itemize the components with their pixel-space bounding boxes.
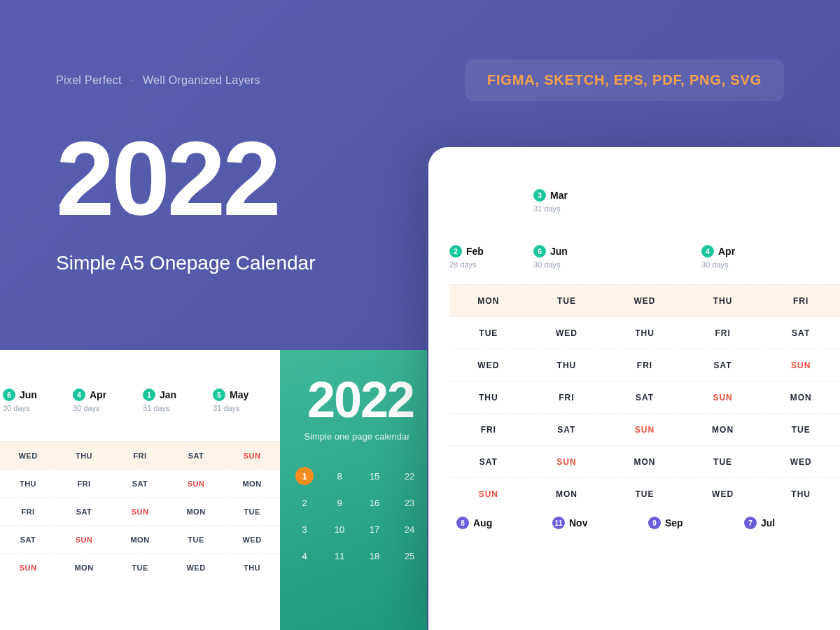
green-date-grid: 18152229162331017244111825 [280, 463, 427, 569]
top-bar: Pixel Perfect · Well Organized Layers FI… [56, 59, 784, 101]
weekday-cell: TUE [684, 457, 762, 467]
feature-b: Well Organized Layers [143, 74, 260, 86]
date-cell: 4 [287, 551, 322, 561]
weekday-cell: THU [449, 393, 528, 402]
left-months-row: 6Jun 30 days 4Apr 30 days 1Jan 31 days 5… [0, 388, 280, 412]
weekday-row: SUNMONTUEWEDTHU [0, 553, 280, 581]
weekday-cell: FRI [684, 328, 762, 338]
date-row: 4111825 [280, 542, 427, 569]
weekday-cell: SUN [56, 536, 112, 544]
month-num-icon: 6 [533, 245, 546, 258]
weekday-cell: WED [449, 360, 528, 370]
weekday-cell: SUN [0, 564, 56, 572]
month-name: Sep [665, 517, 683, 528]
month-name: Mar [550, 190, 568, 201]
month-num-icon: 8 [456, 517, 469, 529]
date-cell: 23 [392, 498, 427, 508]
month-name: Apr [718, 246, 735, 257]
card-top-month: 3Mar 31 days [533, 189, 568, 213]
weekday-cell: TUE [606, 489, 684, 499]
month-num-icon: 9 [648, 517, 661, 529]
weekday-cell: MON [606, 457, 684, 467]
weekday-cell: SAT [56, 507, 112, 516]
month-col: 11Nov [552, 517, 648, 529]
month-name: Feb [466, 246, 484, 257]
month-name: Jan [160, 389, 176, 400]
preview-card-large: 3Mar 31 days 2Feb 28 days 6Jun 30 days 4… [428, 147, 840, 630]
dot-separator: · [130, 74, 134, 86]
date-row: 291623 [280, 489, 427, 516]
weekday-cell: THU [762, 489, 840, 499]
date-cell: 11 [322, 551, 357, 561]
formats-badge: FIGMA, SKETCH, EPS, PDF, PNG, SVG [465, 59, 784, 101]
date-cell: 17 [357, 524, 392, 535]
weekday-cell: THU [606, 328, 684, 338]
green-year: 2022 [294, 371, 427, 428]
weekday-cell: TUE [168, 536, 224, 544]
month-num-icon: 2 [449, 245, 462, 258]
month-days: 31 days [533, 204, 568, 213]
weekday-cell: TUE [449, 328, 528, 338]
month-num-icon: 1 [143, 388, 155, 401]
month-col: 4Apr 30 days [701, 245, 785, 269]
weekday-row: WEDTHUFRISATSUN [449, 349, 840, 381]
preview-panel-white: 6Jun 30 days 4Apr 30 days 1Jan 31 days 5… [0, 350, 280, 630]
month-name: Nov [569, 517, 587, 528]
month-name: May [230, 389, 248, 400]
weekday-cell: THU [224, 564, 280, 572]
weekday-cell: FRI [56, 479, 112, 488]
month-col: 6Jun 30 days [0, 388, 70, 412]
weekday-cell: SUN [224, 451, 280, 460]
weekday-row: SATSUNMONTUEWED [0, 525, 280, 553]
weekday-cell: WED [224, 536, 280, 544]
hero-subtitle: Simple A5 Onepage Calendar [56, 252, 315, 274]
weekday-row: THUFRISATSUNMON [0, 469, 280, 497]
weekday-cell: THU [684, 296, 762, 306]
weekday-cell: WED [0, 451, 56, 460]
month-col: 9Sep [648, 517, 744, 529]
weekday-row: WEDTHUFRISATSUN [0, 441, 280, 469]
weekday-cell: WED [528, 328, 606, 338]
month-days: 30 days [73, 404, 140, 412]
weekday-cell: FRI [0, 507, 56, 516]
preview-panel-green: 2022 Simple one page calendar 1815222916… [280, 350, 427, 630]
month-col: 8Aug [456, 517, 552, 529]
month-num-icon: 7 [744, 517, 757, 529]
weekday-cell: SAT [449, 457, 528, 467]
month-name: Jun [20, 389, 37, 400]
weekday-cell: WED [762, 457, 840, 467]
month-num-icon: 11 [552, 517, 565, 529]
weekday-cell: SUN [112, 507, 168, 516]
weekday-cell: MON [224, 479, 280, 488]
date-cell: 2 [287, 498, 322, 508]
weekday-cell: FRI [449, 425, 528, 435]
weekday-cell: FRI [112, 451, 168, 460]
card-month-row2: 2Feb 28 days 6Jun 30 days 4Apr 30 days [449, 245, 840, 269]
hero-year: 2022 [56, 126, 315, 231]
month-col: 2Feb 28 days [449, 245, 533, 269]
month-col: 5May 31 days [210, 388, 280, 412]
weekday-cell: SUN [684, 393, 762, 402]
month-col: 6Jun 30 days [533, 245, 617, 269]
date-cell: 18 [357, 551, 392, 561]
month-name: Aug [473, 517, 492, 528]
month-num-icon: 4 [701, 245, 714, 258]
weekday-cell: SUN [762, 360, 840, 370]
weekday-row: FRISATSUNMONTUE [0, 497, 280, 525]
weekday-cell: WED [606, 296, 684, 306]
weekday-cell: MON [56, 564, 112, 572]
month-col: 7Jul [744, 517, 840, 529]
month-days: 31 days [213, 404, 280, 412]
hero: 2022 Simple A5 Onepage Calendar [56, 126, 315, 274]
weekday-cell: SAT [528, 425, 606, 435]
date-cell: 25 [392, 551, 427, 561]
weekday-cell: TUE [528, 296, 606, 306]
weekday-row: THUFRISATSUNMON [449, 381, 840, 413]
card-bottom-months: 8Aug 11Nov 9Sep 7Jul [449, 517, 840, 529]
month-name: Jun [550, 246, 568, 257]
month-num-icon: 4 [73, 388, 85, 401]
weekday-cell: FRI [606, 360, 684, 370]
date-cell: 3 [287, 524, 322, 535]
month-days: 28 days [449, 260, 533, 269]
card-weekday-grid: MONTUEWEDTHUFRITUEWEDTHUFRISATWEDTHUFRIS… [449, 284, 840, 510]
